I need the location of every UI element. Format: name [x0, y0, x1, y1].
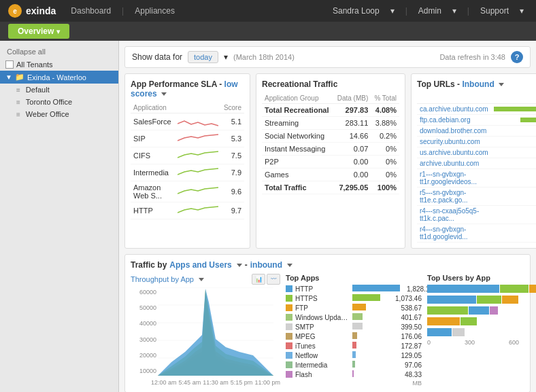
sla-sparkline	[175, 147, 221, 164]
app-color-swatch	[286, 323, 292, 330]
sla-col-score: Score	[221, 103, 244, 113]
y-label-2: 20000	[131, 352, 156, 359]
nav-dd-admin[interactable]: ▾	[448, 6, 460, 16]
rec-data: 14.66	[333, 130, 371, 143]
sla-dropdown-arrow[interactable]	[161, 92, 167, 96]
urls-dropdown-arrow[interactable]	[499, 83, 504, 86]
sub-navigation: Overview ▾	[0, 22, 536, 41]
user-by-app-row	[427, 317, 536, 325]
url-table-row: r4---sn-gvbxgn-tt1d.googlevid... 15.41	[417, 224, 536, 243]
app-bar	[352, 351, 388, 359]
user-bar-segment	[460, 317, 477, 325]
user-bar-segment	[427, 317, 460, 325]
url-value: 15.41	[491, 224, 536, 243]
user-menu[interactable]: Sandra Loop	[329, 6, 384, 16]
urls-table: MB ca.archive.ubuntu.com 811.12 ftp.ca.d…	[417, 93, 536, 243]
app-color-swatch	[286, 342, 292, 349]
sla-score: 9.6	[221, 181, 244, 202]
app-logo[interactable]: e exinda	[8, 4, 56, 18]
urls-inbound-link[interactable]: Inbound	[462, 79, 494, 89]
top-app-row: iTunes 172.87	[286, 342, 422, 350]
dashboard-nav-item[interactable]: Dashboard	[67, 6, 115, 16]
sla-sparkline	[175, 181, 221, 202]
sidebar-item-toronto[interactable]: ≡ Toronto Office	[0, 96, 118, 108]
sidebar-item-default[interactable]: ≡ Default	[0, 84, 118, 96]
topbar-dd[interactable]: ▾	[224, 52, 228, 62]
sla-table-row: Intermedia 7.9	[131, 164, 244, 181]
sidebar-item-weber[interactable]: ≡ Weber Office	[0, 108, 118, 120]
users-axis-600: 600	[509, 339, 519, 346]
app-bar	[352, 332, 388, 340]
svg-rect-1	[520, 118, 536, 122]
urls-title-text: Top URLs -	[417, 79, 460, 89]
traffic-dir-dd[interactable]	[287, 264, 292, 267]
default-label: Default	[26, 86, 50, 94]
sla-title: App Performance SLA - low scores	[131, 79, 244, 99]
rec-data: 7,295.05	[333, 181, 371, 194]
users-by-app-rows	[427, 285, 536, 336]
y-label-4: 40000	[131, 320, 156, 327]
url-name: ca.archive.ubuntu.com	[417, 104, 491, 115]
help-button[interactable]: ?	[511, 51, 523, 63]
top-app-row: SMTP 399.50	[286, 323, 422, 331]
app-bar	[352, 313, 388, 321]
panels-row: App Performance SLA - low scores Applica…	[124, 73, 531, 249]
x-label-3: 5:15 pm	[231, 379, 253, 386]
sla-app-name: HTTP	[131, 202, 175, 219]
all-tenants-check[interactable]	[5, 60, 14, 69]
sidebar-item-exinda-waterloo[interactable]: ▼ 📁 Exinda - Waterloo	[0, 71, 118, 84]
nav-dd-support[interactable]: ▾	[516, 6, 528, 16]
urls-col-mb: MB	[491, 93, 536, 104]
app-name-label: SMTP	[295, 323, 350, 331]
top-apps-unit: MB	[286, 380, 422, 387]
user-bar-segment	[477, 296, 501, 304]
rec-table-row: Total Traffic 7,295.05 100%	[262, 181, 399, 194]
sla-sparkline	[175, 113, 221, 130]
appliances-nav-item[interactable]: Appliances	[131, 6, 179, 16]
rec-col-group: Application Group	[262, 93, 333, 104]
traffic-direction-link[interactable]: inbound	[250, 260, 282, 270]
chart-dd[interactable]	[199, 278, 204, 281]
weber-label: Weber Office	[26, 110, 69, 118]
admin-menu[interactable]: Admin	[414, 6, 446, 16]
url-value: 17.40	[491, 206, 536, 224]
chart-icon-line[interactable]: 〰	[267, 274, 280, 285]
rec-pct: 100%	[371, 181, 399, 194]
support-menu[interactable]: Support	[476, 6, 513, 16]
rec-pct: 0%	[371, 168, 399, 181]
url-table-row: r4---sn-cxaaj5o5q5-tt1k.c.pac... 17.40	[417, 206, 536, 224]
svg-marker-25	[158, 289, 273, 376]
traffic-apps-dd[interactable]	[237, 264, 242, 267]
app-bar	[352, 370, 388, 378]
overview-arrow: ▾	[56, 28, 60, 35]
url-name: us.archive.ubuntu.com	[417, 147, 491, 158]
throughput-app-link[interactable]: Throughput by App	[131, 275, 194, 283]
sla-col-app: Application	[131, 103, 175, 113]
sla-app-name: SalesForce	[131, 113, 175, 130]
url-table-row: us.archive.ubuntu.com 73.14	[417, 147, 536, 158]
today-button[interactable]: today	[188, 51, 218, 63]
app-color-swatch	[286, 285, 292, 292]
rec-group-name: P2P	[262, 156, 333, 168]
nav-sep2: |	[401, 6, 412, 16]
traffic-apps-link[interactable]: Apps and Users	[169, 260, 231, 270]
svg-rect-29	[352, 313, 363, 320]
overview-button[interactable]: Overview ▾	[8, 24, 69, 39]
sla-app-name: SIP	[131, 130, 175, 147]
nav-dd-user[interactable]: ▾	[386, 6, 399, 16]
user-bar-segment	[427, 328, 452, 336]
url-value: 811.12	[491, 104, 536, 115]
sla-panel: App Performance SLA - low scores Applica…	[124, 73, 250, 249]
svg-rect-33	[352, 351, 356, 358]
app-bar	[352, 361, 388, 369]
top-app-row: Flash 48.33	[286, 370, 422, 378]
y-label-3: 30000	[131, 336, 156, 343]
collapse-all[interactable]: Collapse all	[0, 45, 118, 58]
app-name-label: Netflow	[295, 352, 350, 359]
top-users-by-app-title: Top Users by App	[427, 274, 536, 282]
app-name-label: MPEG	[295, 333, 350, 340]
rec-group-name: Instant Messaging	[262, 143, 333, 156]
sidebar-item-all-tenants[interactable]: All Tenants	[0, 58, 118, 71]
chart-icon-bar[interactable]: 📊	[252, 274, 265, 285]
rec-table: Application Group Data (MB) % Total Tota…	[262, 93, 399, 194]
